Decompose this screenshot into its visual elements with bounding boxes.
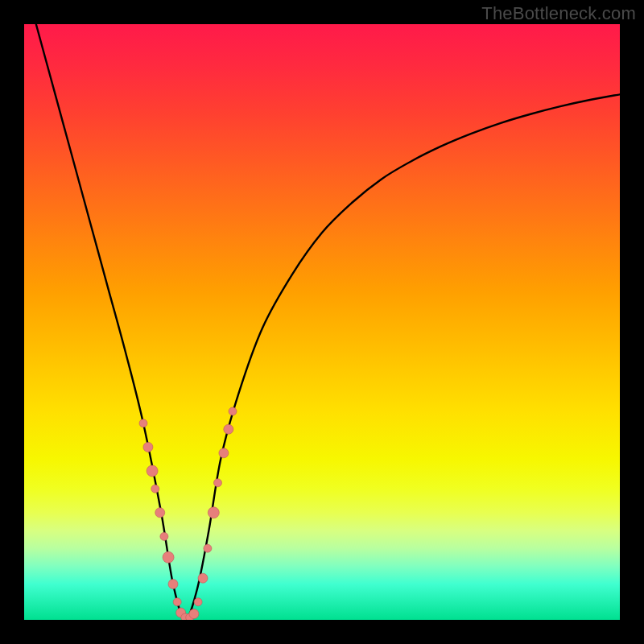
highlight-dot <box>168 580 178 589</box>
highlight-dot <box>173 598 181 606</box>
highlight-dot <box>208 507 219 518</box>
curve-svg <box>24 24 620 620</box>
highlight-dot <box>147 465 158 477</box>
highlight-dot <box>155 508 165 518</box>
bottleneck-curve <box>36 24 620 620</box>
highlight-dot <box>229 407 237 415</box>
watermark-text: TheBottleneck.com <box>481 3 636 24</box>
highlight-dots <box>139 407 237 620</box>
plot-area <box>24 24 620 620</box>
highlight-dot <box>163 551 174 563</box>
highlight-dot <box>189 609 199 619</box>
highlight-dot <box>160 532 168 540</box>
highlight-dot <box>198 573 208 583</box>
chart-frame: TheBottleneck.com <box>0 0 644 644</box>
highlight-dot <box>204 544 212 552</box>
highlight-dot <box>219 448 229 458</box>
highlight-dot <box>143 442 153 452</box>
highlight-dot <box>151 485 159 493</box>
highlight-dot <box>224 424 233 434</box>
highlight-dot <box>194 598 202 606</box>
highlight-dot <box>139 419 147 427</box>
highlight-dot <box>214 479 222 487</box>
